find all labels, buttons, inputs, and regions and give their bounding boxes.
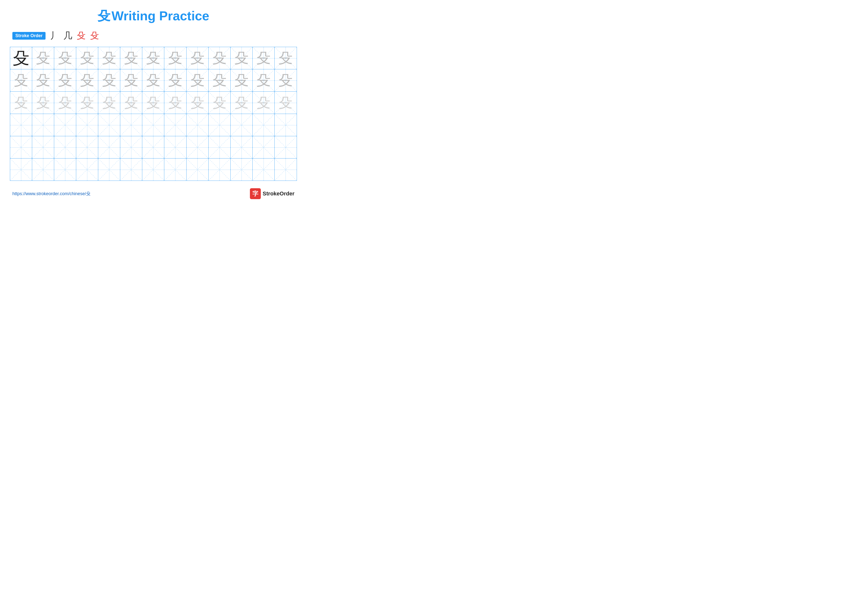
grid-cell-2-3[interactable]: 殳	[54, 69, 76, 92]
grid-cell-1-8[interactable]: 殳	[164, 47, 186, 69]
grid-cell-2-2[interactable]: 殳	[32, 69, 54, 92]
grid-cell-4-7[interactable]	[142, 114, 164, 136]
grid-cell-3-13[interactable]: 殳	[274, 92, 297, 114]
grid-cell-6-6[interactable]	[120, 159, 142, 180]
grid-cell-2-9[interactable]: 殳	[186, 69, 209, 92]
title-text: Writing Practice	[112, 9, 209, 23]
svg-line-147	[186, 159, 208, 180]
grid-cell-1-1[interactable]: 殳	[10, 47, 32, 69]
grid-cell-1-7[interactable]: 殳	[142, 47, 164, 69]
grid-cell-3-12[interactable]: 殳	[253, 92, 274, 114]
grid-cell-1-6[interactable]: 殳	[120, 47, 142, 69]
grid-cell-1-2[interactable]: 殳	[32, 47, 54, 69]
grid-cell-4-6[interactable]	[120, 114, 142, 136]
grid-cell-1-4[interactable]: 殳	[76, 47, 98, 69]
grid-cell-2-7[interactable]: 殳	[142, 69, 164, 92]
grid-cell-5-1[interactable]	[10, 136, 32, 158]
grid-cell-5-9[interactable]	[186, 136, 209, 158]
grid-cell-6-13[interactable]	[274, 159, 297, 180]
svg-line-138	[98, 159, 120, 180]
grid-cell-4-13[interactable]	[274, 114, 297, 136]
grid-cell-5-2[interactable]	[32, 136, 54, 158]
grid-cell-5-6[interactable]	[120, 136, 142, 158]
svg-line-143	[142, 159, 164, 180]
grid-cell-6-5[interactable]	[98, 159, 120, 180]
grid-cell-3-3[interactable]: 殳	[54, 92, 76, 114]
grid-cell-2-8[interactable]: 殳	[164, 69, 186, 92]
svg-line-130	[10, 159, 32, 180]
grid-cell-2-5[interactable]: 殳	[98, 69, 120, 92]
grid-cell-2-12[interactable]: 殳	[253, 69, 274, 92]
svg-line-151	[231, 159, 253, 180]
svg-line-81	[32, 114, 54, 136]
grid-row-2: 殳 殳 殳 殳 殳 殳 殳 殳 殳 殳 殳 殳 殳	[10, 69, 297, 92]
svg-line-124	[231, 136, 253, 158]
grid-cell-4-10[interactable]	[209, 114, 231, 136]
svg-line-79	[10, 114, 32, 136]
grid-cell-2-13[interactable]: 殳	[274, 69, 297, 92]
svg-line-116	[142, 136, 164, 158]
svg-line-118	[164, 136, 186, 158]
grid-cell-3-6[interactable]: 殳	[120, 92, 142, 114]
grid-cell-2-11[interactable]: 殳	[231, 69, 253, 92]
grid-cell-4-2[interactable]	[32, 114, 54, 136]
grid-cell-5-4[interactable]	[76, 136, 98, 158]
grid-cell-2-4[interactable]: 殳	[76, 69, 98, 92]
grid-cell-4-11[interactable]	[231, 114, 253, 136]
grid-cell-3-1[interactable]: 殳	[10, 92, 32, 114]
grid-cell-2-1[interactable]: 殳	[10, 69, 32, 92]
grid-cell-4-12[interactable]	[253, 114, 274, 136]
svg-line-99	[231, 114, 253, 136]
grid-cell-6-4[interactable]	[76, 159, 98, 180]
grid-cell-1-13[interactable]: 殳	[274, 47, 297, 69]
grid-cell-4-5[interactable]	[98, 114, 120, 136]
grid-cell-1-11[interactable]: 殳	[231, 47, 253, 69]
grid-cell-5-12[interactable]	[253, 136, 274, 158]
grid-cell-6-11[interactable]	[231, 159, 253, 180]
grid-cell-4-8[interactable]	[164, 114, 186, 136]
grid-cell-5-5[interactable]	[98, 136, 120, 158]
grid-cell-1-10[interactable]: 殳	[209, 47, 231, 69]
grid-cell-3-11[interactable]: 殳	[231, 92, 253, 114]
grid-cell-5-7[interactable]	[142, 136, 164, 158]
grid-cell-3-5[interactable]: 殳	[98, 92, 120, 114]
grid-cell-6-7[interactable]	[142, 159, 164, 180]
grid-cell-6-1[interactable]	[10, 159, 32, 180]
grid-cell-5-8[interactable]	[164, 136, 186, 158]
grid-cell-4-9[interactable]	[186, 114, 209, 136]
title-character: 殳	[98, 9, 110, 23]
svg-line-87	[98, 114, 120, 136]
grid-cell-6-8[interactable]	[164, 159, 186, 180]
footer-url[interactable]: https://www.strokeorder.com/chinese/殳	[12, 191, 91, 197]
grid-cell-3-8[interactable]: 殳	[164, 92, 186, 114]
grid-cell-5-10[interactable]	[209, 136, 231, 158]
grid-cell-3-4[interactable]: 殳	[76, 92, 98, 114]
grid-cell-3-10[interactable]: 殳	[209, 92, 231, 114]
grid-cell-5-11[interactable]	[231, 136, 253, 158]
grid-cell-4-4[interactable]	[76, 114, 98, 136]
grid-cell-6-2[interactable]	[32, 159, 54, 180]
svg-line-106	[32, 136, 54, 158]
grid-row-5	[10, 136, 297, 159]
grid-cell-6-3[interactable]	[54, 159, 76, 180]
grid-cell-4-1[interactable]	[10, 114, 32, 136]
grid-cell-1-5[interactable]: 殳	[98, 47, 120, 69]
svg-line-155	[274, 159, 297, 180]
grid-cell-3-2[interactable]: 殳	[32, 92, 54, 114]
grid-cell-2-6[interactable]: 殳	[120, 69, 142, 92]
grid-cell-3-7[interactable]: 殳	[142, 92, 164, 114]
grid-cell-6-10[interactable]	[209, 159, 231, 180]
svg-line-152	[253, 159, 274, 180]
grid-cell-6-12[interactable]	[253, 159, 274, 180]
grid-cell-1-12[interactable]: 殳	[253, 47, 274, 69]
grid-cell-4-3[interactable]	[54, 114, 76, 136]
grid-cell-6-9[interactable]	[186, 159, 209, 180]
grid-cell-5-3[interactable]	[54, 136, 76, 158]
grid-cell-2-10[interactable]: 殳	[209, 69, 231, 92]
grid-cell-3-9[interactable]: 殳	[186, 92, 209, 114]
svg-line-92	[164, 114, 186, 136]
grid-cell-1-9[interactable]: 殳	[186, 47, 209, 69]
svg-line-108	[54, 136, 76, 158]
grid-cell-1-3[interactable]: 殳	[54, 47, 76, 69]
grid-cell-5-13[interactable]	[274, 136, 297, 158]
